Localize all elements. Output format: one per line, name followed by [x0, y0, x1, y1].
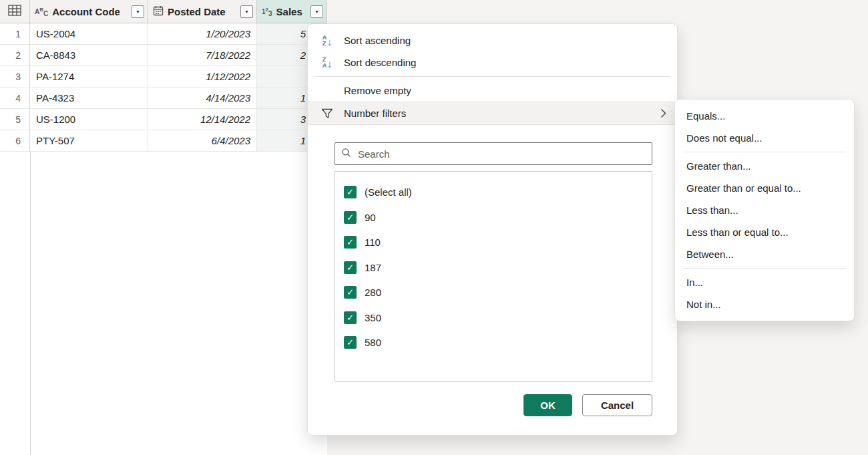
- search-box[interactable]: [335, 142, 652, 165]
- cell-posted-date[interactable]: 7/18/2022: [148, 45, 257, 66]
- filter-dropdown-button-open[interactable]: ▼: [310, 5, 323, 18]
- row-number[interactable]: 1: [0, 23, 30, 45]
- submenu-item-greater-than-or-equal[interactable]: Greater than or equal to...: [675, 177, 854, 199]
- cell-posted-date[interactable]: 6/4/2023: [148, 130, 257, 152]
- search-icon: [341, 148, 351, 160]
- table-grid-icon: [8, 5, 21, 18]
- checkbox-checked-icon[interactable]: ✓: [344, 336, 357, 349]
- number-type-icon: 123: [262, 5, 272, 17]
- filter-value-label: 580: [365, 337, 381, 348]
- table-row: 5 US-1200 12/14/2022 3: [0, 109, 327, 130]
- row-number[interactable]: 6: [0, 130, 30, 152]
- filter-value-option[interactable]: ✓ 110: [344, 230, 652, 255]
- menu-item-label: Number filters: [344, 108, 406, 119]
- table-row: 2 CA-8843 7/18/2022 2: [0, 45, 327, 66]
- filter-dropdown-button[interactable]: ▼: [240, 5, 253, 18]
- filter-value-label: 110: [365, 237, 381, 248]
- filter-value-option[interactable]: ✓ 187: [344, 255, 652, 281]
- submenu-item-between[interactable]: Between...: [675, 243, 854, 265]
- search-input[interactable]: [357, 148, 646, 160]
- column-label: Posted Date: [168, 6, 226, 17]
- filter-value-option[interactable]: ✓ 90: [344, 205, 652, 231]
- sort-ascending-icon: AZ↓: [319, 35, 335, 47]
- cell-account-code[interactable]: US-2004: [30, 23, 148, 45]
- number-filters-submenu: Equals... Does not equal... Greater than…: [674, 99, 855, 321]
- filter-value-option[interactable]: ✓ 580: [344, 330, 652, 355]
- calendar-type-icon: [153, 5, 164, 18]
- text-type-icon: ABC: [35, 5, 48, 17]
- submenu-item-does-not-equal[interactable]: Does not equal...: [675, 127, 854, 149]
- cell-account-code[interactable]: PA-4323: [30, 88, 148, 109]
- table-row: 1 US-2004 1/20/2023 5: [0, 23, 327, 45]
- power-query-editor: ABC Account Code ▼ Posted Date ▼: [0, 0, 868, 455]
- table-row: 3 PA-1274 1/12/2022: [0, 66, 327, 88]
- cell-posted-date[interactable]: 1/20/2023: [148, 23, 257, 45]
- cell-account-code[interactable]: PTY-507: [30, 130, 148, 152]
- menu-item-sort-descending[interactable]: ZA↓ Sort descending: [308, 51, 677, 73]
- table-body: 1 US-2004 1/20/2023 5 2 CA-8843 7/18/202…: [0, 23, 327, 152]
- menu-item-number-filters[interactable]: Number filters: [308, 102, 677, 125]
- table-header: ABC Account Code ▼ Posted Date ▼: [0, 0, 327, 23]
- submenu-item-not-in[interactable]: Not in...: [675, 293, 854, 315]
- checkbox-checked-icon[interactable]: ✓: [344, 311, 357, 324]
- funnel-icon: [319, 108, 335, 119]
- menu-item-label: Remove empty: [344, 85, 411, 96]
- select-all-corner[interactable]: [0, 0, 30, 23]
- filter-value-label: (Select all): [365, 186, 412, 198]
- ok-button[interactable]: OK: [523, 394, 572, 416]
- submenu-item-less-than-or-equal[interactable]: Less than or equal to...: [675, 221, 854, 243]
- checkbox-checked-icon[interactable]: ✓: [344, 236, 357, 249]
- table-row: 4 PA-4323 4/14/2023 1: [0, 88, 327, 109]
- cancel-button[interactable]: Cancel: [582, 394, 652, 416]
- cell-posted-date[interactable]: 4/14/2023: [148, 88, 257, 109]
- filter-value-label: 90: [365, 212, 376, 223]
- cell-posted-date[interactable]: 12/14/2022: [148, 109, 257, 130]
- menu-item-label: Sort ascending: [344, 35, 411, 46]
- submenu-item-equals[interactable]: Equals...: [675, 105, 854, 127]
- filter-value-label: 350: [365, 312, 381, 323]
- filter-value-option[interactable]: ✓ 350: [344, 305, 652, 331]
- column-label: Account Code: [52, 6, 120, 17]
- submenu-item-less-than[interactable]: Less than...: [675, 199, 854, 221]
- row-number[interactable]: 4: [0, 88, 30, 109]
- column-header-sales[interactable]: 123 Sales ▼: [257, 0, 327, 23]
- filter-value-label: 187: [365, 262, 381, 273]
- filter-values-list: ✓ (Select all) ✓ 90 ✓ 110 ✓ 187 ✓ 280 ✓ …: [335, 171, 652, 382]
- cell-account-code[interactable]: CA-8843: [30, 45, 148, 66]
- menu-item-remove-empty[interactable]: Remove empty: [308, 80, 677, 102]
- checkbox-checked-icon[interactable]: ✓: [344, 261, 357, 274]
- menu-divider: [683, 268, 846, 269]
- cell-posted-date[interactable]: 1/12/2022: [148, 66, 257, 88]
- filter-value-option-select-all[interactable]: ✓ (Select all): [344, 180, 652, 205]
- column-header-account-code[interactable]: ABC Account Code ▼: [30, 0, 148, 23]
- submenu-item-greater-than[interactable]: Greater than...: [675, 155, 854, 177]
- checkbox-checked-icon[interactable]: ✓: [344, 211, 357, 224]
- menu-item-sort-ascending[interactable]: AZ↓ Sort ascending: [308, 29, 677, 51]
- cell-account-code[interactable]: US-1200: [30, 109, 148, 130]
- menu-divider: [314, 76, 670, 77]
- filter-value-label: 280: [365, 287, 381, 298]
- dialog-buttons: OK Cancel: [308, 394, 652, 416]
- chevron-right-icon: [660, 108, 666, 118]
- column-header-posted-date[interactable]: Posted Date ▼: [148, 0, 257, 23]
- column-label: Sales: [276, 6, 302, 17]
- menu-divider: [683, 152, 846, 152]
- sort-descending-icon: ZA↓: [319, 57, 335, 69]
- row-number[interactable]: 5: [0, 109, 30, 130]
- checkbox-checked-icon[interactable]: ✓: [344, 186, 357, 198]
- checkbox-checked-icon[interactable]: ✓: [344, 286, 357, 299]
- row-number[interactable]: 2: [0, 45, 30, 66]
- filter-dropdown-panel: AZ↓ Sort ascending ZA↓ Sort descending R…: [307, 23, 678, 436]
- filter-value-option[interactable]: ✓ 280: [344, 280, 652, 305]
- cell-account-code[interactable]: PA-1274: [30, 66, 148, 88]
- submenu-item-in[interactable]: In...: [675, 271, 854, 293]
- row-number[interactable]: 3: [0, 66, 30, 88]
- filter-dropdown-button[interactable]: ▼: [132, 5, 144, 18]
- table-row: 6 PTY-507 6/4/2023 1: [0, 130, 327, 152]
- menu-item-label: Sort descending: [344, 57, 416, 68]
